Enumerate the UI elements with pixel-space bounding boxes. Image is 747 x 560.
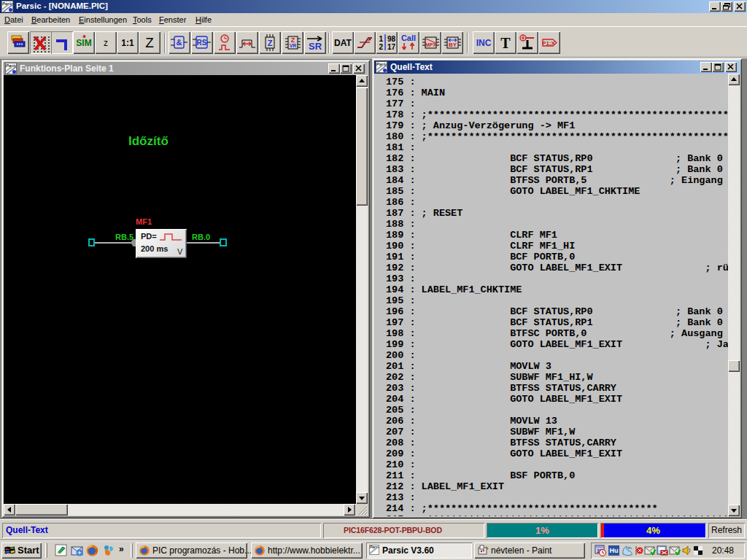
svg-text:VR: VR — [290, 43, 297, 48]
svg-text:Z: Z — [268, 39, 273, 47]
svg-text:98: 98 — [387, 35, 396, 43]
svg-text:INC: INC — [476, 38, 492, 48]
svg-text:1:1: 1:1 — [121, 38, 134, 48]
svg-text:RS: RS — [197, 39, 207, 47]
svg-text:2: 2 — [379, 43, 383, 51]
svg-text:MPX: MPX — [425, 42, 437, 47]
svg-text:1: 1 — [379, 35, 383, 43]
svg-text:Call: Call — [401, 34, 416, 42]
svg-text:SR: SR — [309, 41, 322, 52]
svg-text:DAT: DAT — [334, 38, 352, 48]
svg-text:17: 17 — [387, 43, 396, 51]
svg-text:SIM: SIM — [76, 38, 91, 48]
svg-text:Z: Z — [145, 35, 154, 50]
svg-text:T: T — [500, 35, 511, 51]
svg-text:&: & — [177, 38, 182, 47]
svg-text:BY: BY — [449, 42, 457, 48]
svg-text:z: z — [104, 38, 108, 48]
svg-text:P1:X: P1:X — [542, 40, 555, 47]
